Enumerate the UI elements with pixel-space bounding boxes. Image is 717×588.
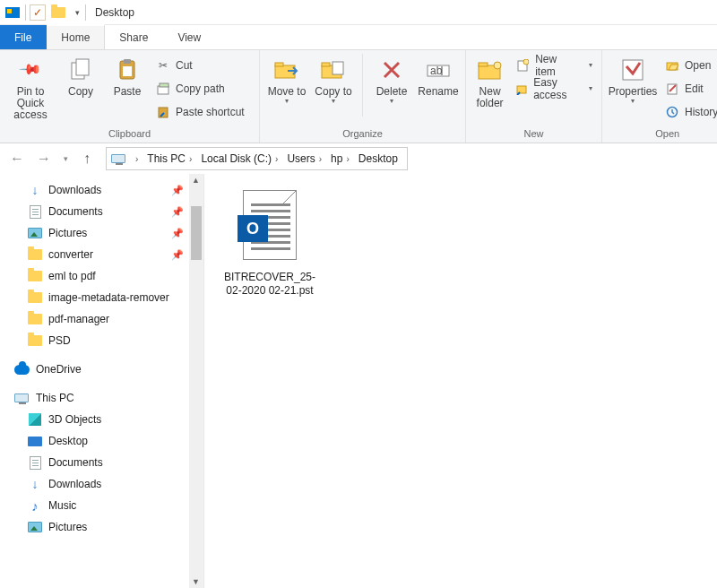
delete-button[interactable]: Delete▾ [370, 54, 413, 105]
qat-check-icon[interactable]: ✓ [30, 4, 46, 21]
tree-quick-6[interactable]: pdf-manager [5, 308, 203, 330]
tree-label: This PC [36, 392, 74, 404]
move-to-button[interactable]: Move to▾ [265, 54, 308, 105]
tree-pc-3[interactable]: ↓Downloads [5, 473, 203, 495]
rename-button[interactable]: ab Rename [417, 54, 460, 98]
new-folder-button[interactable]: New folder [471, 54, 508, 109]
pc-icon [13, 393, 30, 402]
edit-button[interactable]: Edit [661, 79, 717, 99]
cut-button[interactable]: ✂Cut [152, 56, 248, 75]
up-button[interactable]: ↑ [75, 147, 99, 170]
svg-point-18 [494, 62, 501, 69]
scroll-up-icon[interactable]: ▲ [192, 176, 200, 185]
easy-access-icon [515, 82, 528, 96]
svg-rect-4 [123, 66, 132, 76]
tree-label: PSD [48, 334, 71, 347]
tree-icon [27, 292, 43, 303]
group-new-label: New [471, 126, 596, 143]
crumb-2[interactable]: Users› [283, 148, 327, 169]
properties-button[interactable]: Properties▾ [608, 54, 658, 105]
paste-shortcut-button[interactable]: Paste shortcut [152, 102, 248, 122]
svg-rect-6 [160, 83, 168, 87]
tree-quick-5[interactable]: image-metadata-remover [5, 287, 203, 308]
crumb-1[interactable]: Local Disk (C:)› [197, 148, 283, 169]
back-button[interactable]: ← [5, 147, 29, 170]
ribbon: 📌 Pin to Quick access Copy Paste ✂Cut Co… [0, 50, 717, 143]
file-name: BITRECOVER_25-02-2020 02-21.pst [220, 271, 319, 298]
crumb-0[interactable]: This PC› [143, 148, 197, 169]
tree-pc-0[interactable]: 3D Objects [5, 409, 203, 430]
tree-icon [27, 249, 43, 260]
tree-icon [27, 456, 43, 470]
tree-pc-4[interactable]: ♪Music [5, 495, 203, 516]
history-button[interactable]: History [661, 102, 717, 122]
address-pc-icon [110, 151, 126, 167]
ribbon-tabs: File Home Share View [0, 25, 717, 50]
svg-rect-3 [124, 59, 131, 64]
tree-quick-1[interactable]: Documents📌 [5, 201, 203, 222]
crumb-sep[interactable]: › [128, 148, 143, 169]
tab-home[interactable]: Home [47, 24, 105, 49]
svg-rect-12 [333, 62, 343, 74]
cloud-icon [13, 365, 30, 375]
open-icon [665, 58, 679, 73]
paste-button[interactable]: Paste [106, 54, 149, 98]
tree-quick-0[interactable]: ↓Downloads📌 [5, 179, 203, 201]
tree-quick-2[interactable]: Pictures📌 [5, 222, 203, 244]
group-clipboard-label: Clipboard [5, 126, 254, 143]
tree-icon [27, 522, 43, 532]
tree-quick-3[interactable]: converter📌 [5, 244, 203, 265]
tab-share[interactable]: Share [105, 25, 163, 49]
new-item-button[interactable]: New item▾ [512, 56, 596, 75]
tree-pc-5[interactable]: Pictures [5, 516, 203, 538]
tree-label: Documents [48, 205, 103, 218]
properties-icon [618, 56, 647, 84]
address-bar[interactable]: › This PC› Local Disk (C:)› Users› hp› D… [106, 147, 408, 170]
pin-quick-access-button[interactable]: 📌 Pin to Quick access [5, 54, 56, 121]
forward-button[interactable]: → [32, 147, 56, 170]
open-button[interactable]: Open▾ [661, 56, 717, 75]
crumb-3[interactable]: hp› [327, 148, 355, 169]
tree-icon [27, 205, 43, 219]
svg-point-20 [523, 59, 529, 65]
qat-dropdown-icon[interactable]: ▾ [71, 3, 83, 22]
tab-view[interactable]: View [163, 25, 216, 49]
tree-icon: ↓ [27, 478, 43, 490]
tree-icon [27, 228, 43, 238]
file-view[interactable]: O BITRECOVER_25-02-2020 02-21.pst [204, 174, 717, 588]
tree-quick-7[interactable]: PSD [5, 330, 203, 351]
tree-thispc[interactable]: This PC [5, 387, 203, 409]
pin-icon: 📌 [18, 57, 43, 82]
tree-icon: ♪ [27, 499, 43, 512]
tab-file[interactable]: File [0, 25, 47, 49]
pin-icon: 📌 [171, 249, 184, 261]
qat-folder-icon[interactable] [48, 3, 69, 22]
system-icon[interactable] [2, 3, 23, 22]
tree-icon [27, 437, 43, 446]
tree-onedrive[interactable]: OneDrive [5, 359, 203, 380]
svg-rect-17 [479, 63, 488, 66]
copy-path-button[interactable]: Copy path [152, 79, 248, 99]
tree-icon [27, 335, 43, 346]
copy-button[interactable]: Copy [59, 54, 102, 98]
tree-pc-2[interactable]: Documents [5, 452, 203, 473]
tree-label: Pictures [48, 227, 87, 239]
scroll-thumb[interactable] [191, 206, 202, 260]
history-icon [665, 105, 679, 119]
copy-to-button[interactable]: Copy to▾ [312, 54, 355, 105]
tree-label: Documents [48, 456, 103, 469]
tree-label: Desktop [48, 435, 88, 447]
file-item[interactable]: O BITRECOVER_25-02-2020 02-21.pst [220, 190, 319, 298]
scroll-down-icon[interactable]: ▼ [192, 577, 200, 586]
tree-pc-1[interactable]: Desktop [5, 430, 203, 452]
tree-quick-4[interactable]: eml to pdf [5, 265, 203, 287]
pin-icon: 📌 [171, 185, 184, 196]
new-folder-icon [476, 56, 505, 84]
tree-icon [27, 271, 43, 281]
tree-scrollbar[interactable]: ▲ ▼ [189, 174, 203, 588]
tree-icon: ↓ [27, 184, 43, 196]
easy-access-button[interactable]: Easy access▾ [512, 79, 596, 99]
recent-dropdown[interactable]: ▾ [59, 147, 72, 170]
tree-label: eml to pdf [48, 270, 96, 282]
crumb-4[interactable]: Desktop [355, 148, 403, 169]
